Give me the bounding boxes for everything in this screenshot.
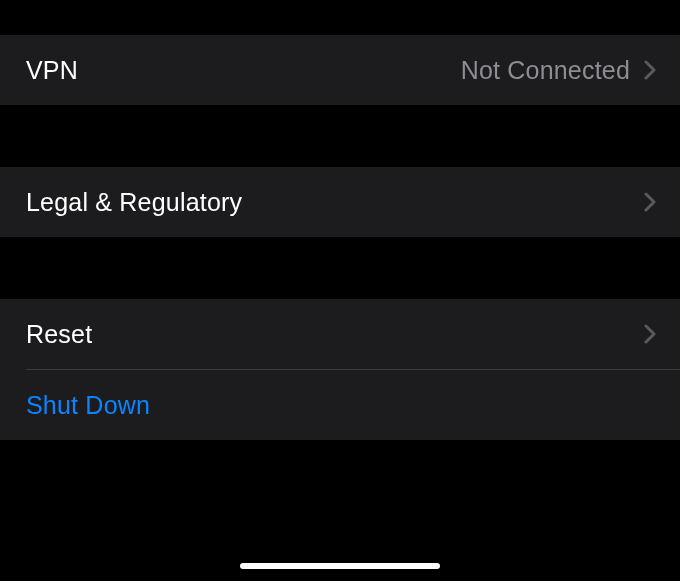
vpn-label: VPN [26,56,78,85]
shut-down-row[interactable]: Shut Down [0,370,680,440]
vpn-row[interactable]: VPN Not Connected [0,35,680,105]
reset-label: Reset [26,320,92,349]
vpn-status: Not Connected [461,56,630,85]
legal-regulatory-label: Legal & Regulatory [26,188,242,217]
legal-regulatory-row[interactable]: Legal & Regulatory [0,167,680,237]
settings-group-reset: Reset Shut Down [0,299,680,440]
shut-down-label: Shut Down [26,391,150,420]
chevron-right-icon [644,60,656,80]
chevron-right-icon [644,324,656,344]
chevron-right-icon [644,192,656,212]
reset-row[interactable]: Reset [0,299,680,369]
settings-group-legal: Legal & Regulatory [0,167,680,237]
home-indicator[interactable] [240,563,440,569]
settings-group-vpn: VPN Not Connected [0,35,680,105]
